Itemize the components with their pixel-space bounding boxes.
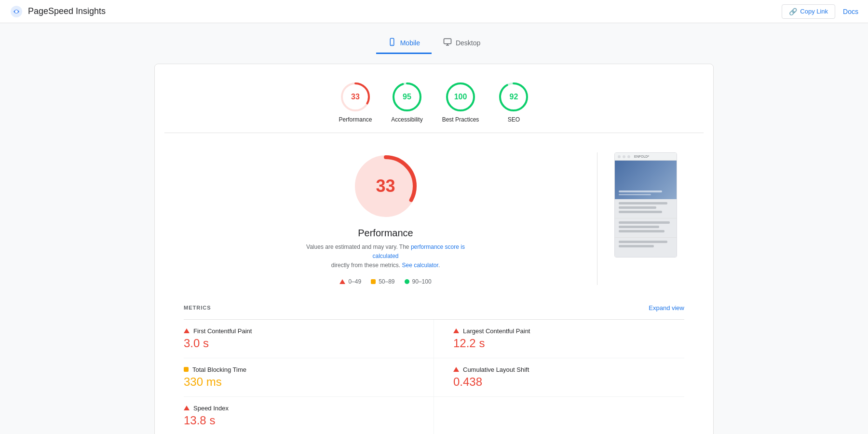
thumb-site-name: ENFOLD² bbox=[634, 155, 649, 158]
score-item-seo[interactable]: 92 SEO bbox=[498, 81, 529, 123]
performance-score: 33 bbox=[351, 93, 360, 101]
thumb-line-5 bbox=[619, 226, 659, 228]
lcp-value: 12.2 s bbox=[453, 337, 684, 350]
tab-mobile-label: Mobile bbox=[400, 39, 420, 47]
tab-desktop[interactable]: Desktop bbox=[432, 33, 492, 54]
fail-range: 0–49 bbox=[348, 278, 361, 285]
thumb-text-area bbox=[615, 199, 677, 218]
copy-link-icon: 🔗 bbox=[789, 8, 797, 15]
big-performance-score: 33 bbox=[376, 176, 395, 196]
main-card: 33 Performance 95 Accessibility bbox=[154, 64, 714, 434]
copy-link-button[interactable]: 🔗 Copy Link bbox=[782, 4, 835, 19]
si-value: 13.8 s bbox=[184, 414, 414, 427]
thumb-line-3 bbox=[619, 211, 662, 213]
tab-mobile[interactable]: Mobile bbox=[376, 33, 432, 54]
thumb-hero-image bbox=[615, 161, 677, 199]
screenshot-container: ENFOLD² bbox=[607, 152, 684, 285]
thumb-section-2 bbox=[615, 218, 677, 237]
score-legend: 0–49 50–89 90–100 bbox=[339, 278, 431, 285]
thumb-dot-3 bbox=[627, 155, 630, 158]
metric-lcp-label-row: Largest Contentful Paint bbox=[453, 327, 684, 335]
performance-main: 33 Performance Values are estimated and … bbox=[164, 143, 704, 295]
average-icon bbox=[371, 279, 376, 284]
performance-circle: 33 bbox=[340, 81, 371, 112]
thumb-browser-bar: ENFOLD² bbox=[615, 153, 677, 161]
si-indicator bbox=[184, 406, 190, 410]
score-item-best-practices[interactable]: 100 Best Practices bbox=[442, 81, 479, 123]
performance-left: 33 Performance Values are estimated and … bbox=[184, 152, 587, 285]
accessibility-score: 95 bbox=[403, 93, 411, 101]
metric-si: Speed Index 13.8 s bbox=[184, 397, 434, 434]
thumb-content bbox=[615, 161, 677, 257]
fcp-value: 3.0 s bbox=[184, 337, 414, 350]
fcp-indicator bbox=[184, 328, 190, 333]
expand-view-button[interactable]: Expand view bbox=[649, 304, 684, 312]
big-performance-circle: 33 bbox=[352, 152, 420, 220]
thumb-line-1 bbox=[619, 202, 667, 204]
header-right: 🔗 Copy Link Docs bbox=[782, 4, 858, 19]
tab-desktop-label: Desktop bbox=[456, 39, 480, 47]
lcp-indicator bbox=[453, 328, 459, 333]
legend-average: 50–89 bbox=[371, 278, 394, 285]
metric-cls: Cumulative Layout Shift 0.438 bbox=[434, 358, 684, 397]
thumb-line-6 bbox=[619, 230, 665, 232]
seo-circle: 92 bbox=[498, 81, 529, 112]
best-practices-score: 100 bbox=[454, 93, 467, 101]
fail-icon bbox=[339, 279, 345, 284]
seo-score: 92 bbox=[509, 93, 518, 101]
pagespeed-logo-icon bbox=[10, 5, 23, 18]
thumb-line-8 bbox=[619, 245, 654, 247]
tbt-value: 330 ms bbox=[184, 375, 414, 389]
section-divider bbox=[597, 152, 597, 285]
fcp-name: First Contentful Paint bbox=[193, 327, 252, 335]
metrics-header: METRICS Expand view bbox=[184, 304, 684, 312]
metrics-title: METRICS bbox=[184, 305, 211, 311]
thumb-section-3 bbox=[615, 237, 677, 252]
score-item-performance[interactable]: 33 Performance bbox=[339, 81, 372, 123]
metrics-section: METRICS Expand view First Contentful Pai… bbox=[164, 304, 704, 434]
legend-fail: 0–49 bbox=[339, 278, 361, 285]
performance-section-title: Performance bbox=[358, 228, 413, 239]
header: PageSpeed Insights 🔗 Copy Link Docs bbox=[0, 0, 868, 23]
thumb-line-2 bbox=[619, 206, 656, 209]
cls-value: 0.438 bbox=[453, 375, 684, 389]
metric-fcp-label-row: First Contentful Paint bbox=[184, 327, 414, 335]
svg-rect-4 bbox=[444, 39, 451, 44]
accessibility-circle: 95 bbox=[392, 81, 422, 112]
average-range: 50–89 bbox=[379, 278, 394, 285]
best-practices-label: Best Practices bbox=[442, 116, 479, 123]
docs-link[interactable]: Docs bbox=[843, 8, 858, 15]
thumb-line-7 bbox=[619, 241, 667, 243]
app-title: PageSpeed Insights bbox=[28, 6, 106, 16]
tbt-indicator bbox=[184, 367, 189, 372]
desktop-icon bbox=[443, 38, 452, 48]
metric-tbt-label-row: Total Blocking Time bbox=[184, 366, 414, 373]
screenshot-thumbnail: ENFOLD² bbox=[614, 152, 677, 258]
cls-name: Cumulative Layout Shift bbox=[463, 366, 529, 373]
metric-empty bbox=[434, 397, 684, 434]
thumb-line-4 bbox=[619, 221, 670, 224]
lcp-name: Largest Contentful Paint bbox=[463, 327, 530, 335]
metric-cls-label-row: Cumulative Layout Shift bbox=[453, 366, 684, 373]
tbt-name: Total Blocking Time bbox=[192, 366, 246, 373]
scores-row: 33 Performance 95 Accessibility bbox=[164, 74, 704, 133]
mobile-icon bbox=[388, 38, 396, 48]
see-calculator-link[interactable]: See calculator bbox=[402, 262, 438, 269]
thumb-dot-1 bbox=[618, 155, 621, 158]
cls-indicator bbox=[453, 367, 459, 372]
tabs-container: Mobile Desktop bbox=[154, 33, 714, 54]
metrics-grid: First Contentful Paint 3.0 s Largest Con… bbox=[184, 319, 684, 434]
best-practices-circle: 100 bbox=[445, 81, 476, 112]
score-item-accessibility[interactable]: 95 Accessibility bbox=[391, 81, 422, 123]
svg-point-3 bbox=[392, 44, 393, 45]
si-name: Speed Index bbox=[193, 405, 229, 412]
thumb-dot-2 bbox=[623, 155, 625, 158]
accessibility-label: Accessibility bbox=[391, 116, 422, 123]
copy-link-label: Copy Link bbox=[800, 8, 828, 15]
pass-range: 90–100 bbox=[412, 278, 432, 285]
metric-lcp: Largest Contentful Paint 12.2 s bbox=[434, 320, 684, 358]
performance-label: Performance bbox=[339, 116, 372, 123]
legend-pass: 90–100 bbox=[405, 278, 432, 285]
metric-fcp: First Contentful Paint 3.0 s bbox=[184, 320, 434, 358]
main-content: Mobile Desktop 33 Performance bbox=[145, 23, 723, 434]
